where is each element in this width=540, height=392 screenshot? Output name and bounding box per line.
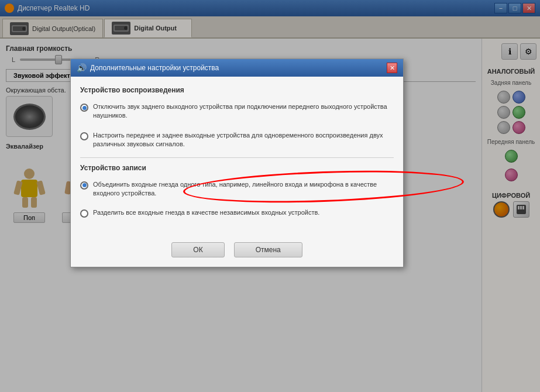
radio-button-1[interactable] — [80, 104, 88, 112]
dialog-body: Устройство воспроизведения Отключить зву… — [71, 77, 403, 235]
recording-option-2-text: Разделить все входные гнезда в качестве … — [93, 208, 319, 217]
radio-button-2[interactable] — [80, 132, 88, 140]
ok-button[interactable]: ОК — [171, 242, 224, 257]
recording-option-2: Разделить все входные гнезда в качестве … — [80, 206, 394, 220]
playback-option-1-text: Отключить звук заднего выходного устройс… — [93, 102, 394, 121]
recording-option-1: Объединить входные гнезда одного типа, н… — [80, 178, 394, 201]
dialog-footer: ОК Отмена — [71, 235, 403, 267]
playback-option-2: Настроить переднее и заднее выходные уст… — [80, 129, 394, 152]
playback-section-title: Устройство воспроизведения — [80, 86, 394, 94]
recording-section-title: Устройство записи — [80, 164, 394, 172]
modal-overlay: 🔊 Дополнительные настройки устройства ✕ … — [0, 0, 540, 392]
settings-dialog: 🔊 Дополнительные настройки устройства ✕ … — [70, 59, 404, 267]
cancel-button[interactable]: Отмена — [234, 242, 302, 257]
dialog-title-text: Дополнительные настройки устройства — [90, 64, 383, 72]
radio-button-3[interactable] — [80, 181, 88, 190]
dialog-close-button[interactable]: ✕ — [387, 63, 397, 73]
dialog-title-bar: 🔊 Дополнительные настройки устройства ✕ — [71, 59, 403, 77]
playback-option-2-text: Настроить переднее и заднее выходные уст… — [93, 131, 394, 149]
playback-option-1: Отключить звук заднего выходного устройс… — [80, 100, 394, 123]
dialog-divider — [80, 157, 394, 158]
radio-button-4[interactable] — [80, 209, 88, 218]
recording-option-1-text: Объединить входные гнезда одного типа, н… — [93, 180, 394, 198]
dialog-title-icon: 🔊 — [77, 63, 87, 73]
